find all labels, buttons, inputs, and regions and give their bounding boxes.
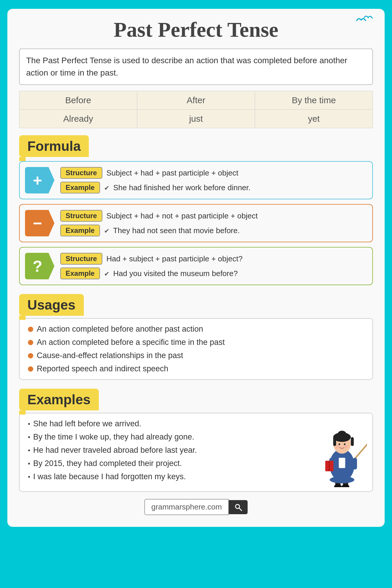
svg-point-4 bbox=[342, 485, 349, 487]
list-item: • She had left before we arrived. bbox=[28, 419, 364, 428]
orange-dot-icon bbox=[28, 353, 33, 358]
check-icon-3: ✔ bbox=[104, 270, 109, 278]
list-item: • By 2015, they had completed their proj… bbox=[28, 459, 364, 468]
usages-box: An action completed before another past … bbox=[19, 318, 373, 380]
question-structure-label: Structure bbox=[60, 253, 102, 265]
positive-structure-text: Subject + had + past participle + object bbox=[106, 168, 238, 178]
svg-rect-18 bbox=[329, 461, 330, 471]
footer: grammarsphere.com bbox=[19, 499, 373, 515]
svg-rect-20 bbox=[353, 458, 357, 470]
example-text-1: She had left before we arrived. bbox=[33, 419, 141, 428]
list-item: • By the time I woke up, they had alread… bbox=[28, 432, 364, 442]
usages-section: Usages An action completed before anothe… bbox=[19, 294, 373, 380]
question-structure-row: Structure Had + subject + past participl… bbox=[60, 253, 367, 265]
positive-structure-label: Structure bbox=[60, 167, 102, 179]
question-example-label: Example bbox=[60, 268, 100, 279]
list-item: An action completed before another past … bbox=[28, 325, 364, 334]
footer-domain: grammarsphere.com bbox=[144, 499, 229, 515]
formula-section: Formula + Structure Subject + had + past… bbox=[19, 135, 373, 285]
negative-formula: − Structure Subject + had + not + past p… bbox=[19, 204, 373, 242]
keyword-after: After bbox=[137, 91, 255, 110]
svg-line-22 bbox=[239, 508, 242, 510]
svg-point-5 bbox=[330, 476, 354, 483]
search-icon bbox=[234, 503, 242, 511]
definition-box: The Past Perfect Tense is used to descri… bbox=[19, 49, 373, 85]
examples-heading: Examples bbox=[19, 389, 99, 410]
keywords-table: Before After By the time Already just ye… bbox=[19, 91, 373, 128]
svg-point-11 bbox=[338, 431, 346, 437]
positive-formula: + Structure Subject + had + past partici… bbox=[19, 161, 373, 199]
svg-rect-9 bbox=[333, 437, 336, 446]
usages-heading: Usages bbox=[19, 294, 84, 316]
example-text-3: He had never traveled abroad before last… bbox=[33, 446, 197, 455]
keyword-yet: yet bbox=[255, 110, 373, 128]
question-example-row: Example ✔ Had you visited the museum bef… bbox=[60, 268, 367, 279]
svg-point-15 bbox=[345, 445, 348, 448]
orange-dot-icon bbox=[28, 340, 33, 345]
question-structure-text: Had + subject + past participle + object… bbox=[106, 254, 243, 263]
negative-structure-label: Structure bbox=[60, 210, 102, 222]
negative-example-label: Example bbox=[60, 225, 100, 236]
bullet-icon: • bbox=[28, 473, 30, 481]
keyword-before: Before bbox=[19, 91, 137, 110]
negative-icon: − bbox=[25, 210, 54, 236]
definition-text: The Past Perfect Tense is used to descri… bbox=[26, 56, 347, 77]
question-example-text: ✔ Had you visited the museum before? bbox=[104, 269, 238, 278]
bullet-icon: • bbox=[28, 447, 30, 454]
bullet-icon: • bbox=[28, 433, 30, 441]
negative-example-row: Example ✔ They had not seen that movie b… bbox=[60, 225, 367, 236]
usage-text-4: Reported speech and indirect speech bbox=[37, 364, 168, 373]
svg-point-3 bbox=[334, 485, 342, 487]
search-button[interactable] bbox=[229, 500, 248, 514]
positive-structure-row: Structure Subject + had + past participl… bbox=[60, 167, 367, 179]
negative-rows: Structure Subject + had + not + past par… bbox=[60, 210, 367, 236]
negative-example-text: ✔ They had not seen that movie before. bbox=[104, 226, 240, 235]
positive-example-row: Example ✔ She had finished her work befo… bbox=[60, 182, 367, 193]
list-item: Reported speech and indirect speech bbox=[28, 364, 364, 373]
bullet-icon: • bbox=[28, 420, 30, 428]
question-icon: ? bbox=[25, 253, 54, 279]
check-icon: ✔ bbox=[104, 184, 109, 192]
svg-point-12 bbox=[338, 443, 340, 445]
negative-structure-text: Subject + had + not + past participle + … bbox=[106, 211, 258, 220]
svg-rect-10 bbox=[351, 437, 354, 446]
keyword-already: Already bbox=[19, 110, 137, 128]
keyword-just: just bbox=[137, 110, 255, 128]
usage-text-1: An action completed before another past … bbox=[37, 325, 203, 334]
negative-structure-row: Structure Subject + had + not + past par… bbox=[60, 210, 367, 222]
question-rows: Structure Had + subject + past participl… bbox=[60, 253, 367, 279]
formula-heading: Formula bbox=[19, 135, 89, 157]
example-text-5: I was late because I had forgotten my ke… bbox=[33, 472, 186, 481]
positive-example-text: ✔ She had finished her work before dinne… bbox=[104, 183, 251, 192]
positive-example-label: Example bbox=[60, 182, 100, 193]
example-text-2: By the time I woke up, they had already … bbox=[33, 432, 194, 442]
examples-section: Examples • She had left before we arrive… bbox=[19, 389, 373, 492]
list-item: An action completed before a specific ti… bbox=[28, 338, 364, 347]
check-icon-2: ✔ bbox=[104, 227, 109, 235]
positive-icon: + bbox=[25, 167, 54, 193]
svg-line-19 bbox=[354, 445, 367, 459]
example-text-4: By 2015, they had completed their projec… bbox=[33, 459, 182, 468]
orange-dot-icon bbox=[28, 366, 33, 372]
positive-rows: Structure Subject + had + past participl… bbox=[60, 167, 367, 193]
main-card: Past Perfect Tense The Past Perfect Tens… bbox=[7, 9, 385, 527]
list-item: Cause-and-effect relationships in the pa… bbox=[28, 351, 364, 360]
svg-point-14 bbox=[336, 445, 339, 448]
orange-dot-icon bbox=[28, 327, 33, 332]
svg-rect-6 bbox=[339, 458, 345, 468]
keyword-by-the-time: By the time bbox=[255, 91, 373, 110]
examples-box: • She had left before we arrived. • By t… bbox=[19, 413, 373, 492]
svg-point-13 bbox=[344, 443, 346, 445]
usage-text-2: An action completed before a specific ti… bbox=[37, 338, 225, 347]
usage-text-3: Cause-and-effect relationships in the pa… bbox=[37, 351, 183, 360]
page-title: Past Perfect Tense bbox=[19, 18, 373, 42]
bullet-icon: • bbox=[28, 460, 30, 467]
list-item: • I was late because I had forgotten my … bbox=[28, 472, 364, 481]
question-formula: ? Structure Had + subject + past partici… bbox=[19, 247, 373, 285]
list-item: • He had never traveled abroad before la… bbox=[28, 446, 364, 455]
teacher-illustration bbox=[317, 422, 367, 488]
